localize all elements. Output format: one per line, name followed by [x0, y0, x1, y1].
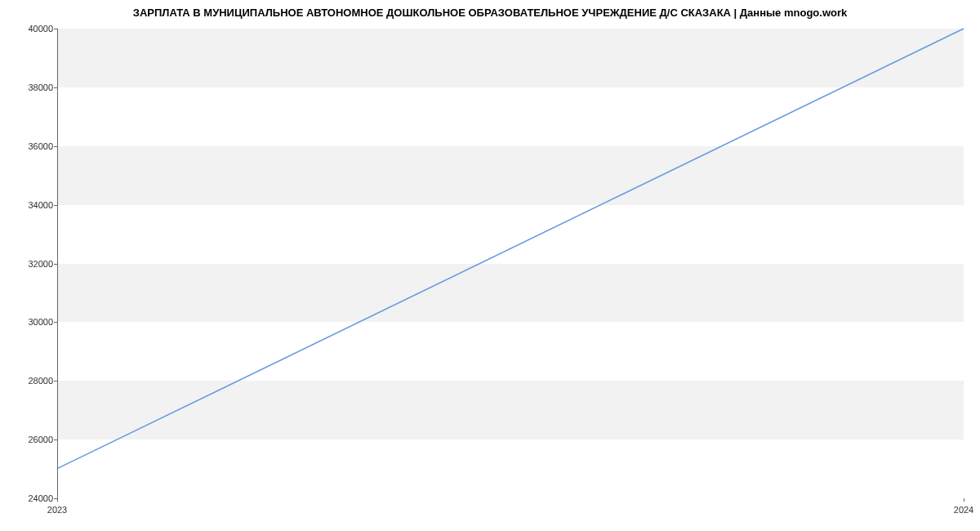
x-tick-label: 2024: [954, 505, 973, 515]
chart-title: ЗАРПЛАТА В МУНИЦИПАЛЬНОЕ АВТОНОМНОЕ ДОШК…: [0, 0, 980, 19]
chart-container: ЗАРПЛАТА В МУНИЦИПАЛЬНОЕ АВТОНОМНОЕ ДОШК…: [0, 0, 980, 531]
y-tick-mark: [54, 381, 57, 382]
y-tick-mark: [54, 322, 57, 323]
y-tick-label: 34000: [12, 200, 53, 210]
y-tick-mark: [54, 205, 57, 206]
y-tick-label: 40000: [12, 24, 53, 33]
x-tick-mark: [964, 498, 964, 502]
chart-line-svg: [58, 29, 964, 498]
y-tick-mark: [54, 87, 57, 88]
y-tick-label: 26000: [12, 435, 53, 444]
x-tick-label: 2023: [47, 505, 67, 515]
x-tick-mark: [57, 498, 58, 502]
y-tick-mark: [54, 440, 57, 440]
y-tick-label: 36000: [12, 141, 53, 151]
y-tick-mark: [54, 264, 57, 265]
y-tick-label: 38000: [12, 83, 53, 92]
y-tick-label: 28000: [12, 376, 53, 386]
data-line: [58, 29, 964, 468]
y-tick-mark: [54, 146, 57, 147]
plot-area: [57, 29, 964, 498]
y-tick-label: 30000: [12, 317, 53, 327]
y-tick-mark: [54, 29, 57, 29]
y-tick-label: 24000: [12, 493, 53, 503]
y-tick-label: 32000: [12, 259, 53, 269]
